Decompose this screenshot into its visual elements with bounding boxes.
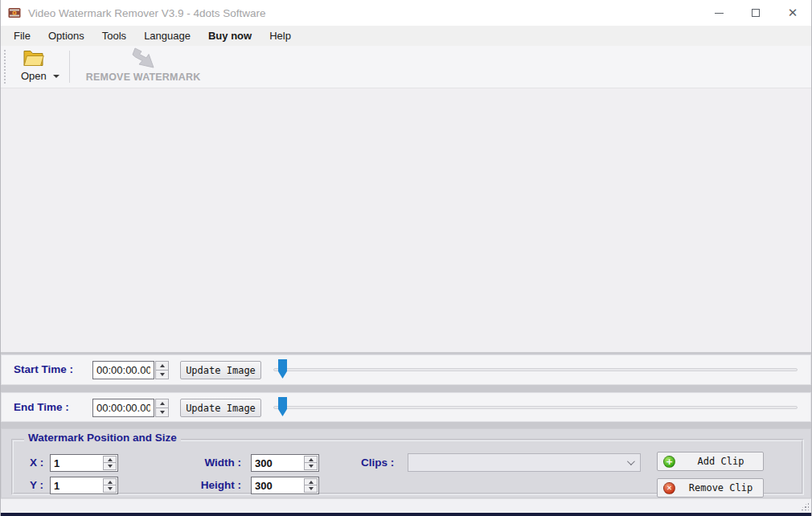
end-time-panel: End Time : Update Image [1, 392, 811, 422]
toolbar-separator [69, 51, 70, 83]
window-bottom-border [1, 513, 811, 516]
height-label: Height : [182, 479, 241, 491]
maximize-button[interactable] [737, 0, 774, 26]
height-input[interactable] [252, 477, 303, 493]
add-clip-label: Add Clip [687, 456, 763, 467]
menu-item-language[interactable]: Language [135, 27, 199, 45]
start-time-input[interactable] [92, 361, 154, 379]
up-arrow-icon [108, 458, 113, 461]
end-time-input[interactable] [92, 399, 154, 417]
up-arrow-icon [108, 481, 113, 484]
video-preview-area [1, 88, 811, 352]
spin-up-button[interactable] [304, 478, 318, 485]
close-icon: ✕ [788, 6, 798, 20]
resize-grip[interactable] [800, 502, 809, 510]
clips-dropdown[interactable] [408, 453, 641, 472]
down-arrow-icon [160, 373, 165, 376]
menu-item-help[interactable]: Help [260, 27, 300, 45]
maximize-icon [752, 9, 760, 17]
down-arrow-icon [108, 465, 113, 468]
spin-down-button[interactable] [304, 485, 318, 493]
y-spinner [103, 478, 117, 493]
window-title: Video Watermark Remover V3.9 - 4dots Sof… [28, 7, 700, 19]
down-arrow-icon [309, 487, 314, 490]
chevron-down-icon [627, 457, 635, 465]
down-arrow-icon [108, 487, 113, 490]
end-time-slider [273, 395, 798, 420]
up-arrow-icon [160, 402, 165, 405]
end-time-spinner [155, 399, 169, 417]
watermark-panel: Watermark Position and Size X : Y : Widt… [1, 428, 811, 498]
spin-up-button[interactable] [103, 456, 117, 463]
add-plus-icon: + [663, 456, 675, 468]
height-field [251, 477, 319, 494]
app-icon [8, 6, 21, 19]
spin-up-button[interactable] [304, 456, 318, 463]
remove-x-icon: ✕ [663, 482, 675, 494]
open-button-label: Open [21, 70, 47, 82]
app-window: Video Watermark Remover V3.9 - 4dots Sof… [0, 0, 812, 516]
start-time-panel: Start Time : Update Image [1, 354, 811, 385]
menu-item-options[interactable]: Options [39, 27, 93, 45]
spin-down-button[interactable] [155, 371, 169, 380]
spin-down-button[interactable] [103, 485, 117, 493]
y-input[interactable] [51, 477, 102, 493]
remove-watermark-button[interactable]: REMOVE WATERMARK [75, 46, 212, 88]
up-arrow-icon [309, 458, 314, 461]
toolbar-gripper[interactable] [4, 50, 6, 84]
width-field [251, 454, 319, 472]
down-arrow-icon [160, 411, 165, 414]
spin-down-button[interactable] [103, 463, 117, 470]
end-slider-thumb[interactable] [278, 397, 287, 416]
add-clip-button[interactable]: + Add Clip [657, 452, 764, 471]
remove-watermark-icon [129, 47, 158, 72]
x-spinner [103, 456, 117, 470]
width-label: Width : [182, 457, 241, 469]
open-button[interactable]: Open [8, 46, 53, 88]
end-time-label: End Time : [14, 401, 69, 413]
watermark-group-title: Watermark Position and Size [24, 432, 181, 444]
width-input[interactable] [252, 455, 303, 471]
start-slider-thumb[interactable] [278, 359, 287, 379]
spin-up-button[interactable] [155, 361, 169, 371]
spin-down-button[interactable] [304, 463, 318, 470]
spin-up-button[interactable] [103, 478, 117, 485]
y-field [50, 477, 118, 494]
status-bar [1, 498, 811, 513]
height-spinner [304, 478, 318, 493]
menu-bar: File Options Tools Language Buy now Help [1, 26, 811, 46]
up-arrow-icon [309, 481, 314, 484]
toolbar: Open REMOVE WATERMARK [1, 46, 811, 88]
menu-item-tools[interactable]: Tools [93, 27, 135, 45]
remove-clip-label: Remove Clip [687, 482, 763, 493]
remove-clip-button[interactable]: ✕ Remove Clip [657, 478, 764, 498]
title-bar: Video Watermark Remover V3.9 - 4dots Sof… [1, 0, 811, 26]
minimize-button[interactable] [700, 0, 737, 26]
end-update-image-button[interactable]: Update Image [180, 399, 261, 417]
down-arrow-icon [309, 465, 314, 468]
x-input[interactable] [51, 455, 102, 471]
clips-label: Clips : [361, 457, 394, 469]
spin-down-button[interactable] [155, 408, 169, 418]
close-button[interactable]: ✕ [774, 0, 811, 26]
start-time-spinner [155, 361, 169, 379]
start-slider-track[interactable] [273, 368, 798, 371]
spin-up-button[interactable] [155, 399, 169, 408]
start-update-image-button[interactable]: Update Image [180, 361, 261, 379]
menu-item-file[interactable]: File [5, 27, 39, 45]
y-label: Y : [30, 479, 43, 491]
remove-watermark-label: REMOVE WATERMARK [86, 72, 201, 83]
end-slider-track[interactable] [273, 406, 798, 409]
x-field [50, 454, 118, 472]
lower-panels: Start Time : Update Image End Time : Upd… [1, 352, 811, 498]
start-time-slider [273, 357, 798, 383]
open-dropdown-arrow[interactable] [53, 75, 59, 78]
menu-item-buy-now[interactable]: Buy now [199, 27, 260, 45]
minimize-icon [715, 13, 724, 14]
x-label: X : [30, 457, 43, 469]
width-spinner [304, 456, 318, 470]
folder-open-icon [23, 49, 44, 68]
start-time-label: Start Time : [14, 363, 73, 375]
up-arrow-icon [160, 364, 165, 367]
